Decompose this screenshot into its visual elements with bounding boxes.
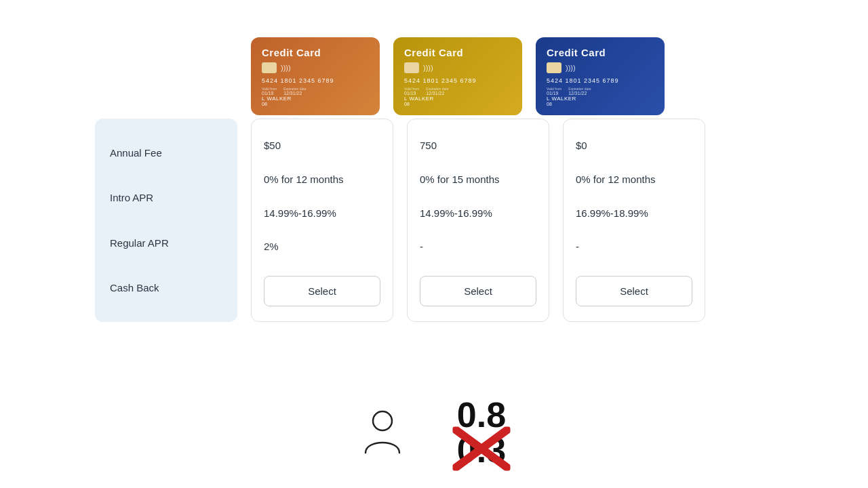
valid-from-value: 01/19 — [404, 91, 419, 96]
card-holder: L WALKER — [262, 96, 369, 102]
card-code: 08 — [262, 102, 369, 106]
card-chip — [404, 62, 419, 73]
card-code: 08 — [547, 102, 654, 106]
select-button-1[interactable]: Select — [264, 276, 380, 306]
card-chip — [547, 62, 561, 73]
cash-back-value-1: 2% — [264, 235, 380, 258]
annual-fee-value-2: 750 — [420, 134, 536, 157]
card-number: 5424 1801 2345 6789 — [547, 77, 654, 84]
card-holder: L WALKER — [404, 96, 511, 102]
score-display: 0.8 0.3 — [457, 397, 506, 468]
expiration-value: 12/31/22 — [568, 91, 591, 96]
red-x-icon — [452, 427, 510, 474]
bottom-section: 0.8 0.3 — [0, 397, 868, 468]
card-chip — [262, 62, 277, 73]
intro-apr-value-1: 0% for 12 months — [264, 168, 380, 190]
card-contactless-icon: )))) — [566, 64, 576, 72]
annual-fee-value-3: $0 — [576, 134, 692, 157]
person-icon — [362, 409, 403, 456]
annual-fee-label: Annual Fee — [110, 139, 222, 167]
select-button-2[interactable]: Select — [420, 276, 536, 306]
expiration-value: 12/31/22 — [283, 91, 306, 96]
intro-apr-value-3: 0% for 12 months — [576, 168, 692, 190]
card-title: Credit Card — [547, 47, 654, 58]
card-title: Credit Card — [404, 47, 511, 58]
select-button-3[interactable]: Select — [576, 276, 692, 306]
card-title: Credit Card — [262, 47, 369, 58]
gold-credit-card: Credit Card )))) 5424 1801 2345 6789 Val… — [393, 37, 522, 115]
card-contactless-icon: )))) — [281, 64, 291, 72]
card-number: 5424 1801 2345 6789 — [404, 77, 511, 84]
card-number: 5424 1801 2345 6789 — [262, 77, 369, 84]
cash-back-value-2: - — [420, 235, 536, 258]
blue-credit-card: Credit Card )))) 5424 1801 2345 6789 Val… — [536, 37, 665, 115]
valid-from-value: 01/19 — [262, 91, 277, 96]
card-detail-col-3: $0 0% for 12 months 16.99%-18.99% - Sele… — [563, 119, 705, 322]
annual-fee-value-1: $50 — [264, 134, 380, 157]
cash-back-value-3: - — [576, 235, 692, 258]
svg-point-0 — [373, 411, 392, 430]
card-detail-col-1: $50 0% for 12 months 14.99%-16.99% 2% Se… — [251, 119, 393, 322]
regular-apr-value-1: 14.99%-16.99% — [264, 202, 380, 224]
orange-credit-card: Credit Card )))) 5424 1801 2345 6789 Val… — [251, 37, 380, 115]
expiration-value: 12/31/22 — [426, 91, 448, 96]
regular-apr-value-2: 14.99%-16.99% — [420, 202, 536, 224]
card-code: 08 — [404, 102, 511, 106]
regular-apr-label: Regular APR — [110, 229, 222, 257]
card-contactless-icon: )))) — [423, 64, 433, 72]
intro-apr-value-2: 0% for 15 months — [420, 168, 536, 190]
valid-from-value: 01/19 — [547, 91, 561, 96]
card-holder: L WALKER — [547, 96, 654, 102]
cash-back-label: Cash Back — [110, 274, 222, 302]
card-detail-col-2: 750 0% for 15 months 14.99%-16.99% - Sel… — [407, 119, 549, 322]
labels-column: Annual Fee Intro APR Regular APR Cash Ba… — [95, 119, 237, 322]
intro-apr-label: Intro APR — [110, 184, 222, 211]
regular-apr-value-3: 16.99%-18.99% — [576, 202, 692, 224]
